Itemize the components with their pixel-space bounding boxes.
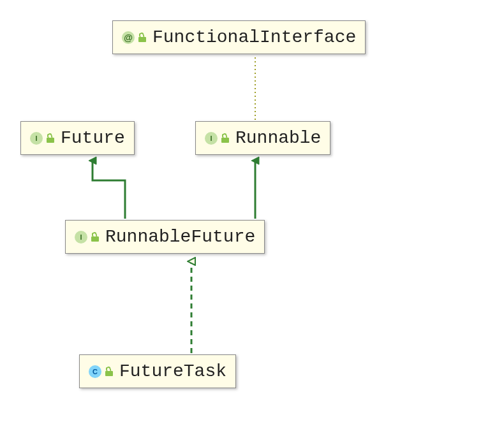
lock-icon [91,233,99,242]
node-label: Runnable [235,128,321,148]
node-label: FutureTask [119,361,226,381]
node-label: Future [61,128,125,148]
node-label: RunnableFuture [105,227,255,247]
interface-icon: I [205,132,218,145]
node-runnable: I Runnable [195,121,330,155]
lock-icon [47,134,54,143]
node-future: I Future [20,121,135,155]
class-icon: C [89,365,101,378]
lock-icon [138,33,146,42]
node-futuretask: C FutureTask [79,354,236,388]
interface-icon: I [75,231,87,244]
connector-lines [0,0,504,422]
node-runnablefuture: I RunnableFuture [65,220,265,254]
annotation-icon: @ [122,31,135,44]
node-functionalinterface: @ FunctionalInterface [112,20,366,54]
lock-icon [105,367,113,376]
lock-icon [221,134,229,143]
interface-icon: I [30,132,43,145]
edge-runnablefuture-future [93,161,125,219]
node-label: FunctionalInterface [152,27,356,47]
